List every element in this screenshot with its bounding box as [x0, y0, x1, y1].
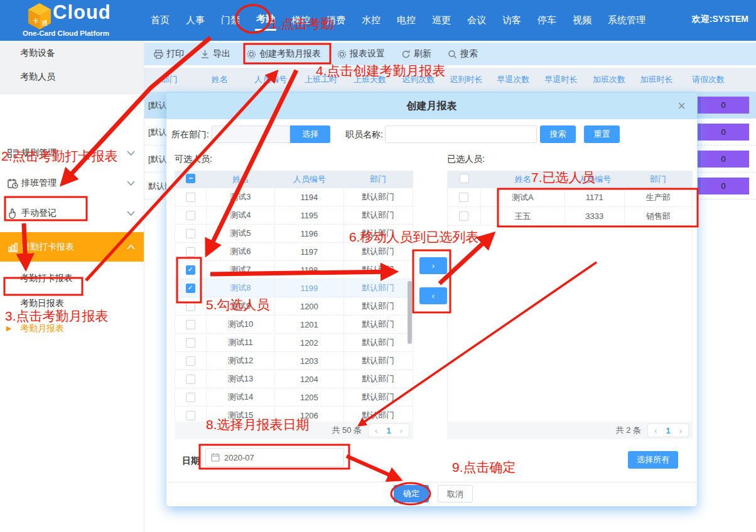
- welcome-user: 欢迎:SYSTEM: [692, 14, 748, 25]
- available-table-header: 姓名 人员编号 部门: [175, 171, 413, 188]
- col-name: 姓名: [195, 74, 245, 85]
- row-checkbox[interactable]: [186, 393, 195, 402]
- col-late-duration: 迟到时长: [443, 74, 490, 85]
- row-checkbox[interactable]: [186, 356, 195, 366]
- table-row[interactable]: 测试81199默认部门: [175, 279, 413, 297]
- sidebar-item-manual-register[interactable]: 手动登记: [0, 198, 144, 228]
- prev-page-icon[interactable]: ‹: [375, 426, 377, 435]
- row-checkbox[interactable]: [186, 411, 195, 420]
- table-row[interactable]: 测试131204默认部门: [175, 370, 413, 388]
- table-row[interactable]: 测试A1171生产部: [448, 188, 692, 207]
- sidebar-item-attendance-people[interactable]: 考勤人员: [0, 65, 144, 88]
- sidebar: 考勤设备 考勤人员 规则管理 排班管理: [0, 41, 144, 532]
- row-checkbox[interactable]: [459, 211, 468, 221]
- menu-item-meeting[interactable]: 会议: [466, 12, 487, 29]
- cancel-button[interactable]: 取消: [438, 485, 473, 503]
- row-checkbox[interactable]: [186, 211, 195, 220]
- create-monthly-report-button[interactable]: 创建考勤月报表: [247, 48, 321, 60]
- main-menu: 首页 人事 门禁 考勤 梯控 消费 水控 电控 巡更 会议 访客 停车 视频 系…: [149, 0, 647, 41]
- menu-item-home[interactable]: 首页: [149, 12, 171, 29]
- choose-dept-button[interactable]: 选择: [290, 125, 330, 143]
- close-icon[interactable]: ×: [678, 98, 686, 114]
- dialog-title: 创建月报表: [166, 93, 697, 119]
- menu-item-attendance[interactable]: 考勤: [255, 11, 276, 31]
- print-button[interactable]: 打印: [154, 48, 184, 60]
- available-people-label: 可选人员:: [175, 154, 212, 165]
- menu-item-access[interactable]: 门禁: [220, 12, 241, 29]
- ok-button[interactable]: 确定: [394, 485, 429, 503]
- table-row[interactable]: 测试71198默认部门: [175, 261, 413, 279]
- row-checkbox[interactable]: [186, 338, 195, 348]
- search-button[interactable]: 搜索: [448, 48, 478, 60]
- table-scrollbar[interactable]: [408, 281, 412, 344]
- next-page-icon[interactable]: ›: [679, 426, 682, 435]
- pagination: ‹ 1 ›: [368, 423, 409, 437]
- refresh-icon: [401, 50, 411, 59]
- date-input[interactable]: 2020-07: [205, 448, 344, 467]
- page-number[interactable]: 1: [666, 426, 670, 435]
- next-page-icon[interactable]: ›: [400, 426, 402, 435]
- move-right-button[interactable]: ›: [419, 257, 447, 274]
- report-settings-button[interactable]: 报表设置: [337, 48, 385, 60]
- row-checkbox[interactable]: [186, 284, 195, 293]
- menu-item-system[interactable]: 系统管理: [607, 12, 647, 29]
- table-row[interactable]: 测试141205默认部门: [175, 388, 413, 407]
- row-checkbox[interactable]: [186, 320, 195, 329]
- page-number[interactable]: 1: [386, 426, 391, 435]
- row-checkbox[interactable]: [186, 375, 195, 384]
- export-button[interactable]: 导出: [200, 48, 230, 60]
- search-employee-button[interactable]: 搜索: [540, 125, 576, 143]
- table-row[interactable]: 测试61197默认部门: [175, 243, 413, 261]
- row-checkbox[interactable]: [186, 265, 195, 275]
- row-checkbox[interactable]: [186, 247, 195, 257]
- move-left-button[interactable]: ‹: [419, 287, 447, 304]
- sidebar-subitem-monthly-report[interactable]: ▶ 考勤月报表: [0, 316, 144, 341]
- table-row[interactable]: 测试51196默认部门: [175, 225, 413, 243]
- menu-item-visitor[interactable]: 访客: [501, 12, 522, 29]
- row-checkbox[interactable]: [186, 229, 195, 238]
- sidebar-item-punch-report-group[interactable]: 考勤打卡报表: [0, 232, 144, 262]
- table-row[interactable]: 测试111202默认部门: [175, 334, 413, 352]
- available-table-footer: 共 50 条 ‹ 1 ›: [175, 422, 413, 439]
- sidebar-item-label: 手动登记: [21, 208, 57, 219]
- table-row[interactable]: 测试121203默认部门: [175, 352, 413, 370]
- col-early-count: 早退次数: [490, 74, 537, 85]
- menu-item-elevator[interactable]: 梯控: [290, 12, 311, 29]
- col-late-count: 迟到次数: [394, 74, 443, 85]
- row-checkbox[interactable]: [186, 302, 195, 311]
- sidebar-subitem-daily-report[interactable]: 考勤日报表: [0, 290, 144, 316]
- table-row[interactable]: 测试91200默认部门: [175, 297, 413, 316]
- menu-item-parking[interactable]: 停车: [536, 12, 558, 29]
- refresh-button[interactable]: 刷新: [401, 48, 431, 60]
- row-checkbox[interactable]: [186, 193, 195, 202]
- menu-item-hr[interactable]: 人事: [185, 12, 206, 29]
- col-dept: 部门: [144, 74, 195, 85]
- menu-item-electric[interactable]: 电控: [396, 12, 417, 29]
- menu-item-video[interactable]: 视频: [571, 12, 593, 29]
- selected-table-header: 姓名 人员编号 部门: [448, 171, 692, 188]
- sidebar-item-shift-management[interactable]: 排班管理: [0, 168, 144, 198]
- table-row[interactable]: 测试151206默认部门: [175, 407, 413, 422]
- menu-item-water[interactable]: 水控: [360, 12, 382, 29]
- toolbar: 打印 导出 创建考勤月报表 报表设置 刷新 搜索: [144, 43, 756, 65]
- select-all-button[interactable]: 选择所有: [628, 451, 678, 469]
- select-all-checkbox[interactable]: [186, 174, 195, 183]
- sidebar-item-attendance-devices[interactable]: 考勤设备: [0, 41, 144, 65]
- table-row[interactable]: 王五3333销售部: [448, 207, 692, 226]
- prev-page-icon[interactable]: ‹: [654, 426, 657, 435]
- menu-item-patrol[interactable]: 巡更: [431, 12, 452, 29]
- employee-name-input[interactable]: [385, 125, 537, 143]
- select-all-checkbox[interactable]: [460, 174, 469, 183]
- table-row[interactable]: 测试41195默认部门: [175, 206, 413, 225]
- table-row[interactable]: 测试101201默认部门: [175, 316, 413, 334]
- col-ot-duration: 加班时长: [633, 74, 680, 85]
- chevron-down-icon: [127, 178, 135, 188]
- sidebar-item-rule-management[interactable]: 规则管理: [0, 138, 144, 168]
- table-row[interactable]: 测试31194默认部门: [175, 188, 413, 206]
- sidebar-subitem-punch-report[interactable]: 考勤打卡报表: [0, 265, 144, 290]
- row-checkbox[interactable]: [459, 193, 468, 202]
- chevron-down-icon: [127, 148, 135, 158]
- menu-item-consume[interactable]: 消费: [325, 12, 347, 29]
- reset-button[interactable]: 重置: [584, 125, 620, 143]
- dept-input[interactable]: [212, 125, 290, 143]
